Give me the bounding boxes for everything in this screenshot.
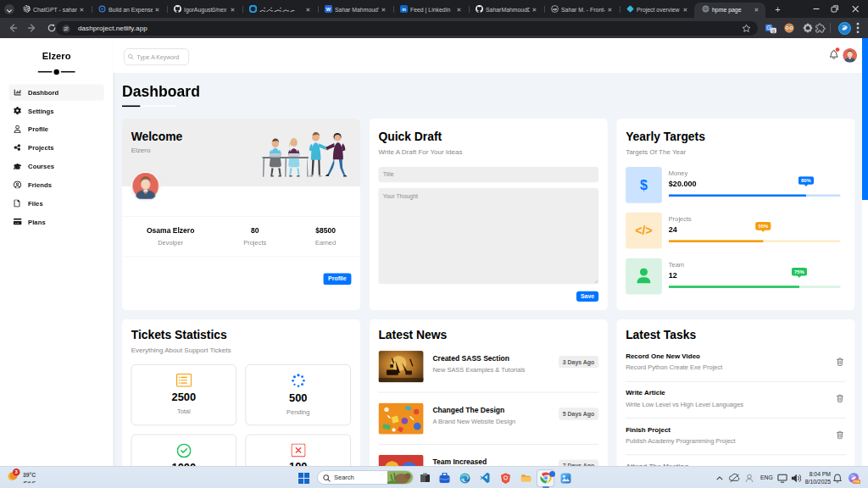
svg-text:g: g — [772, 28, 775, 33]
svg-text:W: W — [326, 7, 331, 12]
svg-text:up: up — [553, 7, 557, 11]
svg-text:in: in — [402, 7, 406, 12]
svg-text:PRE: PRE — [854, 480, 860, 484]
